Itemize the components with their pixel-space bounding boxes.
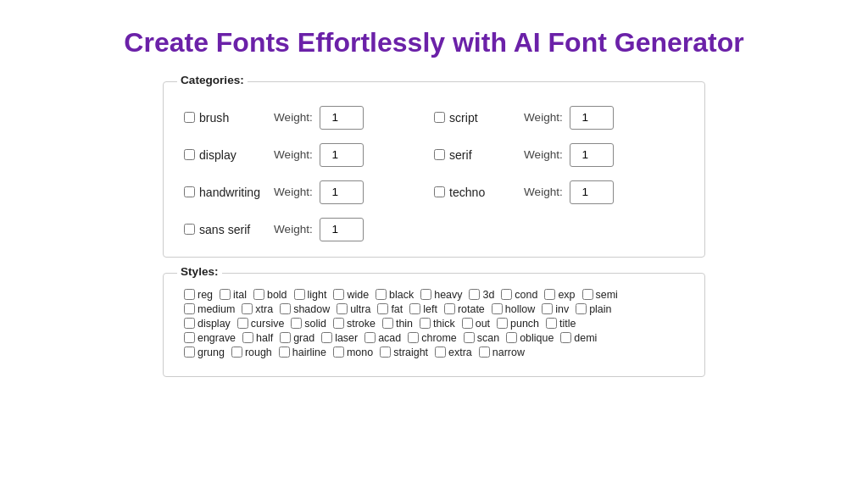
weight-label-brush: Weight: xyxy=(274,111,313,124)
style-item-thin: thin xyxy=(382,318,413,330)
category-label-serif[interactable]: serif xyxy=(434,148,510,162)
category-label-display[interactable]: display xyxy=(184,148,260,162)
weight-input-display[interactable] xyxy=(320,143,364,167)
style-label-punch: punch xyxy=(510,318,539,330)
style-checkbox-ultra[interactable] xyxy=(337,303,348,314)
style-checkbox-wide[interactable] xyxy=(333,289,344,300)
style-checkbox-grad[interactable] xyxy=(280,332,291,343)
style-item-hollow: hollow xyxy=(492,303,535,315)
style-checkbox-light[interactable] xyxy=(294,289,305,300)
weight-input-serif[interactable] xyxy=(570,143,614,167)
style-checkbox-semi[interactable] xyxy=(582,289,593,300)
style-checkbox-inv[interactable] xyxy=(542,303,553,314)
category-label-handwriting[interactable]: handwriting xyxy=(184,186,260,199)
weight-input-sans-serif[interactable] xyxy=(320,218,364,241)
style-checkbox-rotate[interactable] xyxy=(444,303,455,314)
style-checkbox-thick[interactable] xyxy=(420,318,431,329)
style-checkbox-fat[interactable] xyxy=(377,303,388,314)
style-checkbox-demi[interactable] xyxy=(560,332,571,343)
style-checkbox-exp[interactable] xyxy=(544,289,555,300)
category-row-sans-serif: sans serifWeight: xyxy=(184,218,434,241)
style-checkbox-narrow[interactable] xyxy=(479,347,490,358)
style-label-plain: plain xyxy=(589,303,611,315)
category-label-brush[interactable]: brush xyxy=(184,111,260,125)
style-checkbox-scan[interactable] xyxy=(464,332,475,343)
style-label-semi: semi xyxy=(596,289,618,301)
category-checkbox-script[interactable] xyxy=(434,112,445,123)
style-checkbox-reg[interactable] xyxy=(184,289,195,300)
style-checkbox-title[interactable] xyxy=(546,318,557,329)
style-checkbox-plain[interactable] xyxy=(576,303,587,314)
style-checkbox-cond[interactable] xyxy=(501,289,512,300)
style-checkbox-thin[interactable] xyxy=(382,318,393,329)
style-checkbox-oblique[interactable] xyxy=(506,332,517,343)
style-checkbox-laser[interactable] xyxy=(321,332,332,343)
style-item-rough: rough xyxy=(231,347,272,358)
style-label-cursive: cursive xyxy=(251,318,285,330)
style-checkbox-shadow[interactable] xyxy=(280,303,291,314)
style-checkbox-rough[interactable] xyxy=(231,347,242,358)
style-checkbox-acad[interactable] xyxy=(364,332,376,343)
style-checkbox-grung[interactable] xyxy=(184,347,195,358)
style-checkbox-3d[interactable] xyxy=(469,289,480,300)
category-checkbox-sans-serif[interactable] xyxy=(184,224,195,235)
category-label-techno[interactable]: techno xyxy=(434,186,510,199)
style-checkbox-extra[interactable] xyxy=(435,347,446,358)
weight-input-brush[interactable] xyxy=(320,106,364,130)
category-checkbox-techno[interactable] xyxy=(434,186,445,197)
style-checkbox-black[interactable] xyxy=(376,289,387,300)
style-label-straight: straight xyxy=(393,347,428,358)
style-checkbox-punch[interactable] xyxy=(497,318,508,329)
category-name-script: script xyxy=(449,111,478,125)
style-checkbox-hollow[interactable] xyxy=(492,303,503,314)
page-title: Create Fonts Effortlessly with AI Font G… xyxy=(124,25,743,61)
category-checkbox-serif[interactable] xyxy=(434,149,445,160)
style-item-grad: grad xyxy=(280,332,314,344)
style-checkbox-out[interactable] xyxy=(462,318,473,329)
style-checkbox-heavy[interactable] xyxy=(420,289,431,300)
style-checkbox-cursive[interactable] xyxy=(237,318,248,329)
style-checkbox-stroke[interactable] xyxy=(333,318,344,329)
styles-label: Styles: xyxy=(177,265,222,278)
style-checkbox-left[interactable] xyxy=(409,303,420,314)
weight-input-handwriting[interactable] xyxy=(320,180,364,204)
style-checkbox-half[interactable] xyxy=(242,332,253,343)
style-item-extra: extra xyxy=(435,347,472,358)
style-checkbox-ital[interactable] xyxy=(220,289,231,300)
weight-label-handwriting: Weight: xyxy=(274,186,313,198)
weight-label-serif: Weight: xyxy=(524,148,563,161)
style-checkbox-bold[interactable] xyxy=(253,289,264,300)
styles-row-0: regitalboldlightwideblackheavy3dcondexps… xyxy=(184,289,684,301)
style-label-medium: medium xyxy=(198,303,235,315)
style-label-cond: cond xyxy=(515,289,537,301)
style-checkbox-mono[interactable] xyxy=(333,347,344,358)
style-item-exp: exp xyxy=(544,289,575,301)
category-checkbox-handwriting[interactable] xyxy=(184,186,195,197)
category-checkbox-display[interactable] xyxy=(184,149,195,160)
category-label-script[interactable]: script xyxy=(434,111,510,125)
style-label-title: title xyxy=(559,318,576,330)
style-checkbox-medium[interactable] xyxy=(184,303,195,314)
style-checkbox-chrome[interactable] xyxy=(408,332,419,343)
style-checkbox-solid[interactable] xyxy=(291,318,302,329)
category-name-display: display xyxy=(199,148,236,162)
category-checkbox-brush[interactable] xyxy=(184,112,195,123)
category-label-sans-serif[interactable]: sans serif xyxy=(184,223,260,236)
style-label-stroke: stroke xyxy=(347,318,376,330)
style-item-out: out xyxy=(462,318,490,330)
style-checkbox-hairline[interactable] xyxy=(279,347,290,358)
weight-input-techno[interactable] xyxy=(570,180,614,204)
style-checkbox-display[interactable] xyxy=(184,318,195,329)
style-label-acad: acad xyxy=(378,332,401,344)
weight-label-script: Weight: xyxy=(524,111,563,124)
style-checkbox-xtra[interactable] xyxy=(242,303,253,314)
categories-panel: Categories: brushWeight:scriptWeight:dis… xyxy=(163,81,705,258)
style-label-chrome: chrome xyxy=(421,332,457,344)
style-label-black: black xyxy=(389,289,414,301)
style-label-solid: solid xyxy=(304,318,326,330)
style-checkbox-straight[interactable] xyxy=(380,347,391,358)
style-checkbox-engrave[interactable] xyxy=(184,332,195,343)
weight-input-script[interactable] xyxy=(570,106,614,130)
style-item-scan: scan xyxy=(464,332,499,344)
style-item-thick: thick xyxy=(420,318,455,330)
